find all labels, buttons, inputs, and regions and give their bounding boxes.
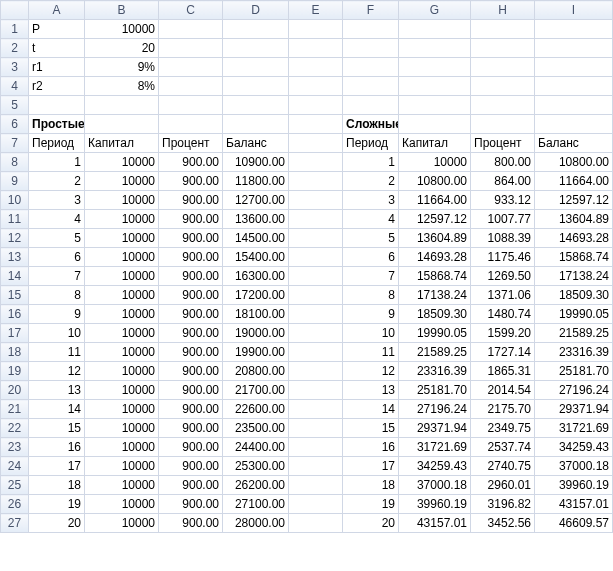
cell-B20[interactable]: 10000 (85, 381, 159, 400)
cell-C2[interactable] (159, 39, 223, 58)
cell-E9[interactable] (289, 172, 343, 191)
cell-H17[interactable]: 1599.20 (471, 324, 535, 343)
cell-B22[interactable]: 10000 (85, 419, 159, 438)
cell-F5[interactable] (343, 96, 399, 115)
cell-I16[interactable]: 19990.05 (535, 305, 613, 324)
cell-B6[interactable] (85, 115, 159, 134)
cell-D8[interactable]: 10900.00 (223, 153, 289, 172)
cell-G9[interactable]: 10800.00 (399, 172, 471, 191)
cell-I21[interactable]: 29371.94 (535, 400, 613, 419)
cell-F27[interactable]: 20 (343, 514, 399, 533)
cell-G11[interactable]: 12597.12 (399, 210, 471, 229)
cell-H2[interactable] (471, 39, 535, 58)
cell-C15[interactable]: 900.00 (159, 286, 223, 305)
cell-B13[interactable]: 10000 (85, 248, 159, 267)
cell-E2[interactable] (289, 39, 343, 58)
cell-C5[interactable] (159, 96, 223, 115)
cell-E13[interactable] (289, 248, 343, 267)
section-title-simple[interactable]: Простые проценты (29, 115, 85, 134)
row-header-4[interactable]: 4 (1, 77, 29, 96)
cell-A9[interactable]: 2 (29, 172, 85, 191)
cell-B27[interactable]: 10000 (85, 514, 159, 533)
cell-B4[interactable]: 8% (85, 77, 159, 96)
cell-H24[interactable]: 2740.75 (471, 457, 535, 476)
cell-B16[interactable]: 10000 (85, 305, 159, 324)
cell-D11[interactable]: 13600.00 (223, 210, 289, 229)
cell-I9[interactable]: 11664.00 (535, 172, 613, 191)
cell-H15[interactable]: 1371.06 (471, 286, 535, 305)
cell-F20[interactable]: 13 (343, 381, 399, 400)
cell-I5[interactable] (535, 96, 613, 115)
hdr-simple-balance[interactable]: Баланс (223, 134, 289, 153)
cell-E11[interactable] (289, 210, 343, 229)
cell-C27[interactable]: 900.00 (159, 514, 223, 533)
row-header-24[interactable]: 24 (1, 457, 29, 476)
cell-I24[interactable]: 37000.18 (535, 457, 613, 476)
cell-D1[interactable] (223, 20, 289, 39)
cell-I8[interactable]: 10800.00 (535, 153, 613, 172)
cell-E12[interactable] (289, 229, 343, 248)
hdr-compound-balance[interactable]: Баланс (535, 134, 613, 153)
cell-D27[interactable]: 28000.00 (223, 514, 289, 533)
cell-D2[interactable] (223, 39, 289, 58)
cell-G27[interactable]: 43157.01 (399, 514, 471, 533)
cell-A5[interactable] (29, 96, 85, 115)
cell-H3[interactable] (471, 58, 535, 77)
cell-C10[interactable]: 900.00 (159, 191, 223, 210)
col-header-H[interactable]: H (471, 1, 535, 20)
cell-F24[interactable]: 17 (343, 457, 399, 476)
cell-B9[interactable]: 10000 (85, 172, 159, 191)
row-header-9[interactable]: 9 (1, 172, 29, 191)
cell-I20[interactable]: 27196.24 (535, 381, 613, 400)
cell-F14[interactable]: 7 (343, 267, 399, 286)
row-header-12[interactable]: 12 (1, 229, 29, 248)
cell-F15[interactable]: 8 (343, 286, 399, 305)
cell-I27[interactable]: 46609.57 (535, 514, 613, 533)
cell-G23[interactable]: 31721.69 (399, 438, 471, 457)
cell-B21[interactable]: 10000 (85, 400, 159, 419)
cell-A3[interactable]: r1 (29, 58, 85, 77)
row-header-16[interactable]: 16 (1, 305, 29, 324)
row-header-11[interactable]: 11 (1, 210, 29, 229)
cell-D25[interactable]: 26200.00 (223, 476, 289, 495)
hdr-compound-period[interactable]: Период (343, 134, 399, 153)
cell-F1[interactable] (343, 20, 399, 39)
cell-A4[interactable]: r2 (29, 77, 85, 96)
cell-E6[interactable] (289, 115, 343, 134)
cell-H13[interactable]: 1175.46 (471, 248, 535, 267)
cell-A21[interactable]: 14 (29, 400, 85, 419)
cell-D22[interactable]: 23500.00 (223, 419, 289, 438)
cell-G24[interactable]: 34259.43 (399, 457, 471, 476)
cell-F22[interactable]: 15 (343, 419, 399, 438)
col-header-C[interactable]: C (159, 1, 223, 20)
cell-H11[interactable]: 1007.77 (471, 210, 535, 229)
col-header-D[interactable]: D (223, 1, 289, 20)
cell-F26[interactable]: 19 (343, 495, 399, 514)
row-header-10[interactable]: 10 (1, 191, 29, 210)
cell-I13[interactable]: 15868.74 (535, 248, 613, 267)
cell-D5[interactable] (223, 96, 289, 115)
cell-H1[interactable] (471, 20, 535, 39)
cell-I2[interactable] (535, 39, 613, 58)
cell-H22[interactable]: 2349.75 (471, 419, 535, 438)
cell-F11[interactable]: 4 (343, 210, 399, 229)
cell-H8[interactable]: 800.00 (471, 153, 535, 172)
row-header-27[interactable]: 27 (1, 514, 29, 533)
cell-G16[interactable]: 18509.30 (399, 305, 471, 324)
cell-C1[interactable] (159, 20, 223, 39)
row-header-25[interactable]: 25 (1, 476, 29, 495)
cell-F25[interactable]: 18 (343, 476, 399, 495)
cell-B8[interactable]: 10000 (85, 153, 159, 172)
cell-B25[interactable]: 10000 (85, 476, 159, 495)
cell-G10[interactable]: 11664.00 (399, 191, 471, 210)
cell-I23[interactable]: 34259.43 (535, 438, 613, 457)
cell-D10[interactable]: 12700.00 (223, 191, 289, 210)
cell-A24[interactable]: 17 (29, 457, 85, 476)
cell-E26[interactable] (289, 495, 343, 514)
cell-C11[interactable]: 900.00 (159, 210, 223, 229)
cell-A19[interactable]: 12 (29, 362, 85, 381)
cell-E5[interactable] (289, 96, 343, 115)
cell-G15[interactable]: 17138.24 (399, 286, 471, 305)
cell-B26[interactable]: 10000 (85, 495, 159, 514)
cell-B18[interactable]: 10000 (85, 343, 159, 362)
